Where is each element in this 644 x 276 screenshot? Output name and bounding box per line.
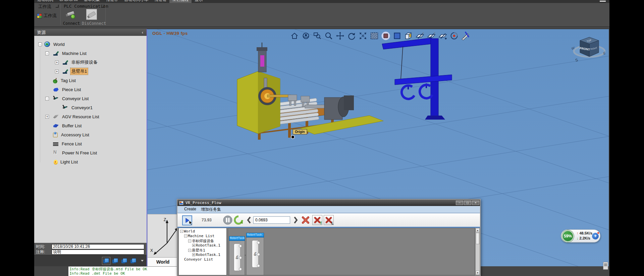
maximize-button[interactable]: □ (464, 201, 471, 205)
collapse-icon[interactable]: - (188, 249, 191, 252)
layer-pages-icon[interactable] (130, 258, 136, 264)
note-input[interactable] (52, 250, 144, 255)
spin-center-icon[interactable] (450, 31, 459, 40)
next-step-button[interactable] (293, 216, 298, 224)
vr-tree-item[interactable]: +RobotTask.1 (192, 243, 220, 248)
menu-tab[interactable]: 自动导向小车 (121, 0, 151, 3)
scroll-thumb[interactable] (476, 233, 480, 244)
vr-tree-item[interactable]: -World (180, 229, 195, 233)
tree-item-fence-list[interactable]: Fence List (34, 140, 147, 148)
tree-item-conveyor1[interactable]: Conveyor1 (34, 104, 147, 112)
menu-tab[interactable]: 基本对象 (81, 0, 103, 3)
collapse-icon[interactable]: - (184, 234, 187, 237)
menu-item-add-task-set[interactable]: 增加任务集 (201, 207, 221, 212)
ribbon: 工作流 PLC Communication 工作流 Connect DisC (34, 3, 609, 27)
task-block[interactable]: RobotTask.10% (246, 233, 264, 275)
workflow-button[interactable]: 工作流 (35, 12, 59, 20)
step-value-input[interactable] (253, 216, 290, 224)
tree-item-world[interactable]: -World (34, 40, 147, 48)
minimize-button[interactable]: – (456, 201, 463, 205)
tree-item-buffer-list[interactable]: Buffer List (34, 122, 147, 130)
measure-icon[interactable] (461, 31, 470, 40)
vr-timeline[interactable]: RobotTask.10%RobotTask.10% (228, 228, 475, 275)
tree-item-conveyor-list[interactable]: -Conveyor List (34, 94, 147, 102)
menu-tab[interactable]: 工艺流程 (169, 0, 192, 3)
menu-tab[interactable]: 运动机构 (34, 0, 56, 3)
network-monitor-widget[interactable]: 59% ↑ 48.5K/s ↓ 2.2K/s + (561, 229, 600, 243)
layer-pages-icon[interactable] (121, 258, 127, 264)
tag-icon (53, 79, 57, 83)
dropdown-caret-icon[interactable] (141, 260, 144, 262)
fence-icon (53, 142, 58, 146)
clip-plane-2-icon[interactable] (427, 31, 436, 40)
loop-button[interactable] (234, 215, 243, 225)
navigation-cube[interactable]: TOP FRONT RIGHT W S E (569, 31, 609, 66)
collapse-icon[interactable]: - (188, 239, 191, 243)
layer-pages-icon[interactable] (112, 258, 118, 264)
vr-timeline-scrollbar[interactable]: ▲ ▼ (475, 228, 480, 275)
section-box-icon[interactable] (404, 31, 413, 40)
tree-item-agv-resource-list[interactable]: +AGV Resource List (34, 113, 147, 121)
menu-tab[interactable]: CAD/CAM (56, 0, 81, 3)
rotate-icon[interactable] (347, 31, 356, 40)
expand-icon[interactable]: + (55, 70, 59, 73)
vr-tree-item[interactable]: +RobotTask.1 (192, 253, 220, 257)
menu-tab[interactable]: 传送链 (151, 0, 169, 3)
clip-plane-3-icon[interactable] (438, 31, 447, 40)
mini-scrollbar[interactable] (603, 262, 608, 270)
layer-pages-icon[interactable] (103, 258, 109, 264)
collapse-icon[interactable]: - (38, 43, 42, 46)
dialog-launcher-icon[interactable] (56, 5, 59, 8)
task-progress-slider[interactable]: 0% (234, 244, 240, 271)
collapse-icon[interactable]: - (180, 230, 183, 233)
vr-window-titlebar[interactable]: VR_Process_Flow – □ × (177, 200, 480, 206)
time-input[interactable] (52, 244, 144, 249)
vr-tree-item[interactable]: Conveyor List (184, 257, 213, 262)
scroll-up-icon[interactable]: ▲ (476, 228, 480, 232)
tree-item-light-list[interactable]: Light List (34, 158, 147, 166)
collapse-icon[interactable]: - (45, 97, 49, 100)
tree-item-悬臂吊1[interactable]: +悬臂吊1 (34, 67, 147, 75)
dialog-launcher-icon[interactable] (101, 5, 104, 8)
tree-item-非标焊接设备[interactable]: +非标焊接设备 (34, 58, 147, 66)
delete-button[interactable] (301, 215, 310, 225)
pan-icon[interactable] (336, 31, 344, 40)
zoom-icon[interactable] (324, 31, 333, 40)
solid-mode-icon[interactable] (393, 31, 401, 40)
scene-roller-table (255, 98, 336, 140)
menu-item-create[interactable]: Create (184, 207, 196, 211)
task-progress-slider[interactable]: 0% (252, 240, 259, 268)
task-block[interactable]: RobotTask.10% (229, 236, 245, 275)
tree-item-power-n-free-list[interactable]: Power N Free List (34, 149, 147, 157)
tree-item-machine-list[interactable]: -Machine List (34, 49, 147, 57)
disconnect-button[interactable]: DisConnect (82, 9, 101, 26)
prev-step-button[interactable] (247, 216, 251, 224)
vr-tree-item[interactable]: -Machine List (184, 234, 214, 238)
pause-button[interactable] (223, 215, 232, 225)
delete-task-button[interactable]: T (312, 215, 322, 225)
orbit-icon[interactable] (302, 31, 310, 40)
vr-tree-item[interactable]: -非标焊接设备 (188, 238, 214, 244)
menu-tab[interactable]: 显示 (192, 0, 206, 3)
tree-item-piece-list[interactable]: Piece List (34, 85, 147, 93)
collapse-icon[interactable]: - (45, 52, 49, 55)
clip-plane-1-icon[interactable] (416, 31, 424, 40)
vr-tree-item[interactable]: -悬臂吊1 (188, 248, 205, 253)
expand-icon[interactable]: + (192, 244, 195, 247)
scroll-down-icon[interactable]: ▼ (476, 271, 480, 275)
sidebar-collapse-icon[interactable]: ‹ (142, 30, 143, 35)
hatch-shade-icon[interactable] (370, 31, 379, 40)
close-button[interactable]: × (472, 201, 479, 205)
expand-icon[interactable] (359, 31, 367, 40)
expand-icon[interactable]: + (55, 61, 59, 64)
shaded-mode-icon[interactable] (381, 31, 390, 40)
tree-item-tag-list[interactable]: Tag List (34, 76, 147, 84)
expand-icon[interactable]: + (45, 115, 49, 119)
menu-tab[interactable]: 传送带 (103, 0, 121, 3)
delete-line-button[interactable]: L (324, 215, 334, 225)
tree-item-accessory-list[interactable]: Accessory List (34, 131, 147, 139)
connect-button[interactable]: Connect (62, 9, 81, 26)
expand-icon[interactable]: + (192, 253, 195, 256)
zoom-region-icon[interactable] (313, 31, 322, 40)
home-icon[interactable] (290, 31, 299, 40)
